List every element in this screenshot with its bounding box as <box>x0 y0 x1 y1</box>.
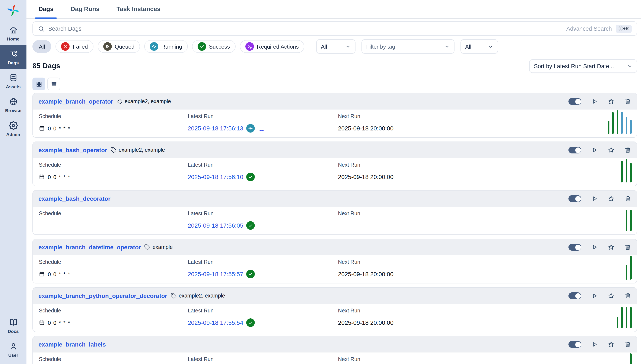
sort-select[interactable]: Sort by Latest Run Start Date... <box>529 59 637 73</box>
favorite-filter-select[interactable]: All <box>461 39 498 54</box>
latest-run-link[interactable]: 2025-09-18 17:55:54 <box>188 319 243 326</box>
run-bar[interactable] <box>625 265 627 280</box>
dag-card-header: example_bash_decorator <box>33 190 637 207</box>
latest-run-link[interactable]: 2025-09-18 17:56:10 <box>188 174 243 180</box>
trigger-run-icon[interactable] <box>591 146 598 154</box>
state-filter-select[interactable]: All <box>316 39 355 54</box>
tab-dag-runs[interactable]: Dag Runs <box>67 6 103 18</box>
check-icon <box>248 174 253 180</box>
dag-name-link[interactable]: example_branch_operator <box>38 98 113 105</box>
run-bar[interactable] <box>612 112 614 134</box>
delete-trash-icon[interactable] <box>624 341 631 348</box>
favorite-star-icon[interactable] <box>608 195 614 202</box>
dag-tags: example2, example <box>116 98 171 104</box>
trigger-run-icon[interactable] <box>591 244 598 250</box>
sidebar-item-browse[interactable]: Browse <box>0 93 27 117</box>
run-status-badge <box>246 270 255 278</box>
tag-icon <box>144 244 150 250</box>
filter-chip-required-actions[interactable]: Required Actions <box>240 40 304 53</box>
favorite-star-icon[interactable] <box>608 98 614 105</box>
latest-run-link[interactable]: 2025-09-18 17:56:13 <box>188 125 243 132</box>
pulse-icon <box>151 44 157 49</box>
delete-trash-icon[interactable] <box>624 292 631 299</box>
favorite-star-icon[interactable] <box>608 292 614 299</box>
latest-run-link[interactable]: 2025-09-18 17:56:05 <box>188 222 243 229</box>
dag-pause-toggle[interactable] <box>568 341 581 348</box>
filter-chip-running[interactable]: Running <box>144 40 187 53</box>
filter-chip-queued[interactable]: Queued <box>98 40 140 53</box>
delete-trash-icon[interactable] <box>624 98 631 105</box>
run-bar[interactable] <box>630 120 631 134</box>
delete-trash-icon[interactable] <box>624 195 631 202</box>
run-bar[interactable] <box>630 353 631 364</box>
queue-status-icon <box>103 42 112 51</box>
dag-pause-toggle[interactable] <box>568 195 581 202</box>
tag-filter-select[interactable]: Filter by tag <box>361 39 455 54</box>
run-bar[interactable] <box>616 317 618 328</box>
delete-trash-icon[interactable] <box>624 146 631 154</box>
dag-pause-toggle[interactable] <box>568 146 581 154</box>
run-bar[interactable] <box>625 159 627 182</box>
schedule-column: Schedule <box>39 356 188 364</box>
run-bar[interactable] <box>630 163 631 182</box>
run-bar[interactable] <box>616 110 618 134</box>
dag-name-link[interactable]: example_branch_python_operator_decorator <box>38 292 167 299</box>
delete-trash-icon[interactable] <box>624 244 631 250</box>
trigger-run-icon[interactable] <box>591 341 598 348</box>
sidebar-item-admin[interactable]: Admin <box>0 117 27 141</box>
trigger-run-icon[interactable] <box>591 98 598 105</box>
run-history-chart <box>621 159 631 182</box>
dag-pause-toggle[interactable] <box>568 244 581 250</box>
run-status-badge <box>246 221 255 230</box>
run-bar[interactable] <box>621 112 623 134</box>
sidebar-item-assets[interactable]: Assets <box>0 69 27 93</box>
search-input[interactable] <box>48 25 562 32</box>
sidebar-item-docs[interactable]: Docs <box>0 314 27 338</box>
favorite-star-icon[interactable] <box>608 146 614 154</box>
sidebar-item-dags[interactable]: Dags <box>0 45 27 69</box>
latest-run-value: 2025-09-18 17:55:54 <box>188 318 338 327</box>
filter-chip-all[interactable]: All <box>33 40 51 53</box>
airflow-logo[interactable] <box>0 0 27 21</box>
favorite-star-icon[interactable] <box>608 244 614 250</box>
run-bar[interactable] <box>630 256 631 280</box>
dag-pause-toggle[interactable] <box>568 98 581 105</box>
run-bar[interactable] <box>625 117 627 134</box>
favorite-star-icon[interactable] <box>608 341 614 348</box>
filter-chip-failed[interactable]: Failed <box>56 40 93 53</box>
card-view-button[interactable] <box>33 78 45 90</box>
schedule-label: Schedule <box>39 210 188 216</box>
next-run-label: Next Run <box>338 356 631 362</box>
run-bar[interactable] <box>625 307 627 328</box>
table-view-button[interactable] <box>47 78 60 90</box>
tab-dags[interactable]: Dags <box>35 6 57 18</box>
run-bar[interactable] <box>621 161 623 182</box>
dag-name-link[interactable]: example_bash_operator <box>38 146 107 154</box>
run-bar[interactable] <box>625 210 627 231</box>
dag-pause-toggle[interactable] <box>568 292 581 299</box>
sidebar-item-home[interactable]: Home <box>0 21 27 45</box>
latest-run-link[interactable]: 2025-09-18 17:55:57 <box>188 271 243 278</box>
run-bar[interactable] <box>607 120 609 134</box>
run-bar[interactable] <box>630 307 631 328</box>
advanced-search-link[interactable]: Advanced Search <box>566 25 612 32</box>
filter-chip-label: Queued <box>115 43 135 50</box>
dag-name-link[interactable]: example_bash_decorator <box>38 195 111 202</box>
trigger-run-icon[interactable] <box>591 195 598 202</box>
home-icon <box>9 26 18 34</box>
next-run-column: Next Run 2025-09-18 20:00:00 <box>338 114 631 132</box>
tab-task-instances[interactable]: Task Instances <box>113 6 164 18</box>
filter-chip-success[interactable]: Success <box>192 40 235 53</box>
run-bar[interactable] <box>630 210 631 231</box>
schedule-cron: 0 0 * * * <box>48 320 70 326</box>
next-run-value: 2025-09-18 20:00:00 <box>338 174 393 180</box>
next-run-label: Next Run <box>338 259 631 265</box>
run-bar[interactable] <box>621 307 623 328</box>
dag-name-link[interactable]: example_branch_labels <box>38 341 106 348</box>
run-status-badge <box>246 318 255 327</box>
filter-chip-label: Failed <box>73 43 88 50</box>
trigger-run-icon[interactable] <box>591 292 598 299</box>
dag-name-link[interactable]: example_branch_datetime_operator <box>38 244 141 250</box>
latest-run-label: Latest Run <box>188 356 338 362</box>
sidebar-item-user[interactable]: User <box>0 338 27 362</box>
